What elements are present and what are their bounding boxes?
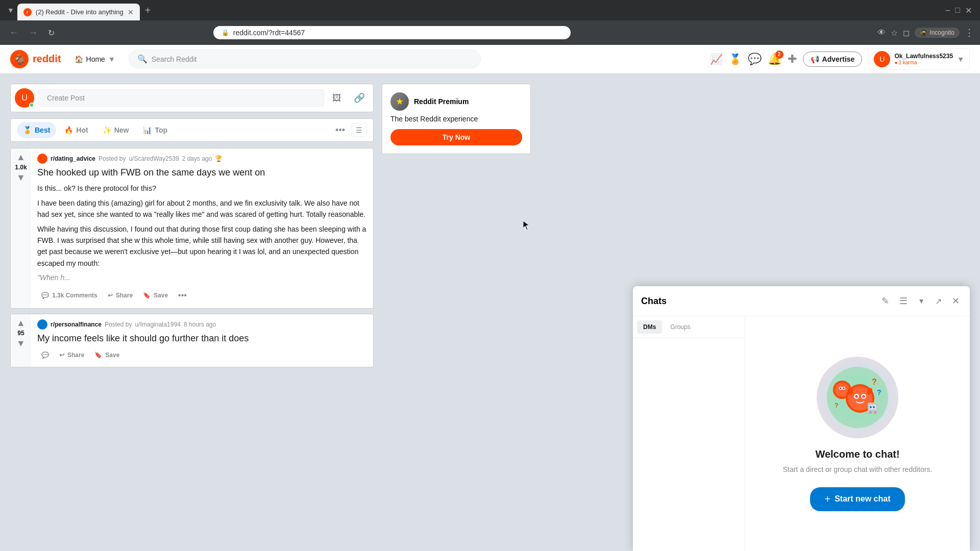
best-icon: 🏅 [23, 126, 32, 134]
create-post-box: U Create Post 🖼 🔗 [10, 84, 374, 112]
svg-text:?: ? [872, 378, 877, 386]
post-user-2[interactable]: u/Imaginata1994 [135, 321, 180, 328]
star-icon[interactable]: ☆ [891, 28, 898, 38]
save-btn-2[interactable]: 🔖 Save [90, 348, 124, 362]
post-title-1[interactable]: She hooked up with FWB on the same days … [37, 167, 367, 179]
chat-icon-wrapper[interactable]: 💬 [748, 53, 762, 66]
new-icon: ✨ [103, 126, 111, 134]
new-tab-button[interactable]: + [140, 2, 156, 19]
welcome-illustration: ? ? ? [817, 357, 898, 438]
add-post-icon[interactable]: ✚ [788, 53, 797, 66]
comments-btn-1[interactable]: 💬 1.3k Comments [37, 289, 102, 302]
share-btn-2[interactable]: ↩ Share [55, 348, 88, 362]
vote-count-2: 95 [17, 330, 24, 337]
chats-settings-icon[interactable]: ▼ [916, 295, 927, 307]
chats-panel: Chats ✎ ☰ ▼ ↗ ✕ DMs Groups [633, 286, 970, 551]
post-title-2[interactable]: My income feels like it should go furthe… [37, 333, 367, 344]
karma-icon: ● [894, 60, 897, 65]
chats-list-empty [633, 338, 745, 551]
tab-arrows[interactable]: ▼ [4, 2, 17, 18]
browser-tab-bar: ▼ r (2) Reddit - Dive into anything ✕ + … [0, 0, 980, 20]
upvote-btn-2[interactable]: ▲ [16, 318, 26, 328]
save-icon-1: 🔖 [143, 292, 151, 299]
tab-label: (2) Reddit - Dive into anything [36, 8, 124, 16]
chats-tab-dm[interactable]: DMs [637, 320, 662, 334]
post-body-1: r/dating_advice Posted by u/ScaredWay253… [31, 148, 373, 308]
award-icon[interactable]: 🏅 [729, 53, 742, 65]
sort-tab-new[interactable]: ✨ New [96, 122, 135, 138]
search-icon: 🔍 [137, 54, 148, 64]
minimize-btn[interactable]: – [945, 6, 950, 15]
advertise-btn[interactable]: 📢 Advertise [803, 52, 863, 67]
sort-tab-best[interactable]: 🏅 Best [17, 122, 56, 138]
user-section[interactable]: U Ok_Lawfulness5235 ● 1 karma ▼ [868, 48, 970, 70]
image-icon[interactable]: 🖼 [328, 89, 346, 108]
tab-close[interactable]: ✕ [128, 8, 134, 16]
link-icon[interactable]: 🔗 [350, 88, 369, 108]
search-bar[interactable]: 🔍 Search Reddit [129, 49, 481, 68]
start-chat-btn[interactable]: + Start new chat [810, 487, 904, 511]
chats-welcome-area: ? ? ? Welcome to chat! Start a direct or… [745, 316, 970, 551]
sort-more-btn[interactable]: ••• [331, 123, 349, 138]
more-btn-1[interactable]: ••• [174, 288, 191, 303]
svg-point-21 [873, 406, 875, 408]
upvote-btn-1[interactable]: ▲ [16, 153, 26, 162]
share-label-1: Share [116, 292, 133, 299]
chats-filter-icon[interactable]: ☰ [897, 293, 910, 309]
extension-icon[interactable]: ◻ [903, 28, 910, 38]
downvote-btn-2[interactable]: ▼ [16, 339, 26, 348]
welcome-desc: Start a direct or group chat with other … [783, 464, 933, 475]
sort-tabs-bar: 🏅 Best 🔥 Hot ✨ New 📊 Top ••• ☰ [10, 118, 374, 142]
comment-icon-2: 💬 [41, 352, 49, 359]
top-icon: 📊 [143, 126, 152, 134]
subreddit-name-1[interactable]: r/dating_advice [51, 155, 95, 162]
share-btn-1[interactable]: ↩ Share [104, 289, 137, 302]
posted-by-label-2: Posted by [105, 321, 132, 328]
post-actions-2: 💬 ↩ Share 🔖 Save [37, 348, 367, 362]
subreddit-name-2[interactable]: r/personalfinance [51, 321, 102, 328]
sort-tab-hot[interactable]: 🔥 Hot [58, 122, 94, 138]
posted-by-label-1: Posted by [99, 155, 126, 162]
back-btn[interactable]: ← [6, 26, 21, 40]
chats-compose-icon[interactable]: ✎ [879, 293, 891, 309]
downvote-btn-1[interactable]: ▼ [16, 173, 26, 182]
save-icon-2: 🔖 [94, 352, 102, 359]
view-options[interactable]: ☰ [351, 123, 367, 137]
history-icon[interactable]: 👁 [877, 28, 886, 37]
home-label: Home [86, 55, 105, 63]
try-now-btn[interactable]: Try Now [390, 129, 522, 145]
menu-icon[interactable]: ⋮ [965, 27, 974, 38]
post-emoji-1: 🏆 [215, 155, 223, 162]
incognito-icon: 🥷 [920, 29, 927, 36]
save-btn-1[interactable]: 🔖 Save [139, 289, 172, 302]
notification-icon-wrapper[interactable]: 🔔 2 [768, 53, 781, 66]
reddit-wordmark: reddit [33, 53, 61, 65]
forward-btn[interactable]: → [26, 26, 41, 40]
refresh-btn[interactable]: ↻ [45, 26, 58, 40]
online-dot [29, 103, 34, 108]
username: Ok_Lawfulness5235 [894, 53, 953, 60]
incognito-label: Incognito [929, 29, 954, 36]
post-actions-1: 💬 1.3k Comments ↩ Share 🔖 Save ••• [37, 288, 367, 303]
maximize-btn[interactable]: □ [955, 6, 960, 15]
home-button[interactable]: 🏠 Home ▼ [69, 52, 120, 66]
reddit-logo[interactable]: 🐐 reddit [10, 50, 61, 68]
save-label-2: Save [105, 352, 119, 359]
browser-tab-active[interactable]: r (2) Reddit - Dive into anything ✕ [17, 4, 140, 20]
address-bar[interactable]: 🔒 reddit.com/?rdt=44567 [213, 26, 571, 39]
create-post-input[interactable]: Create Post [38, 89, 324, 107]
close-btn[interactable]: ✕ [965, 6, 972, 15]
trending-icon[interactable]: 📈 [710, 53, 723, 65]
chats-expand-icon[interactable]: ↗ [933, 294, 944, 308]
chats-tab-group[interactable]: Groups [664, 320, 696, 334]
post-user-1[interactable]: u/ScaredWay2539 [129, 155, 179, 162]
tab-favicon: r [23, 8, 32, 16]
chats-close-icon[interactable]: ✕ [950, 293, 962, 309]
lock-icon: 🔒 [222, 29, 229, 36]
comment-icon-1: 💬 [41, 292, 49, 299]
sort-tab-top[interactable]: 📊 Top [137, 122, 174, 138]
svg-rect-23 [874, 411, 876, 414]
post-card-1: ▲ 1.0k ▼ r/dating_advice Posted by u/Sca… [10, 148, 374, 309]
svg-rect-22 [869, 411, 872, 414]
comments-btn-2[interactable]: 💬 [37, 348, 53, 362]
